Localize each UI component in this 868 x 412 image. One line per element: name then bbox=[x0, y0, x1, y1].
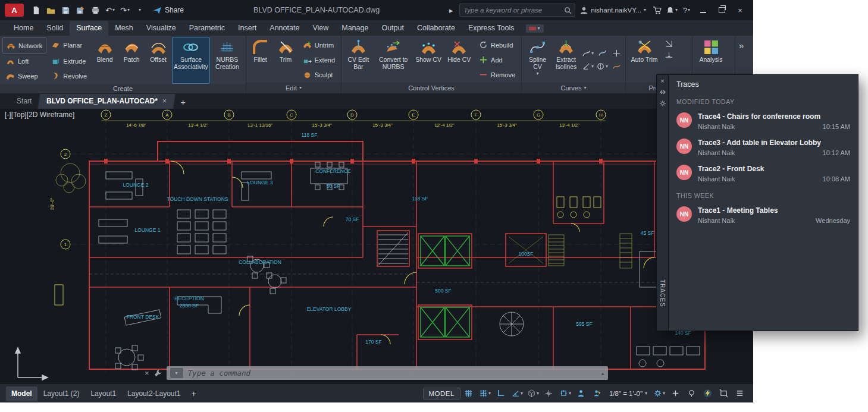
workspace-switching-button[interactable]: ▾ bbox=[651, 386, 667, 401]
rebuild-button[interactable]: Rebuild bbox=[475, 37, 519, 52]
customize-wrench-icon[interactable] bbox=[153, 369, 162, 378]
store-button[interactable] bbox=[650, 3, 663, 17]
undo-dropdown-icon[interactable]: ▾ bbox=[112, 8, 115, 12]
tab-solid[interactable]: Solid bbox=[40, 21, 70, 36]
save-as-button[interactable] bbox=[74, 3, 87, 17]
trim-button[interactable]: Trim bbox=[274, 37, 297, 82]
layout1-2-tab[interactable]: Layout1 (2) bbox=[38, 386, 85, 401]
tab-parametric[interactable]: Parametric bbox=[183, 21, 231, 36]
curve-tool-5-button[interactable]: ▾ bbox=[596, 61, 609, 73]
sculpt-button[interactable]: Sculpt bbox=[299, 67, 339, 82]
loft-button[interactable]: Loft bbox=[2, 54, 46, 68]
model-tab[interactable]: Model bbox=[6, 386, 37, 401]
curve-tool-6-button[interactable] bbox=[610, 61, 623, 73]
share-button[interactable]: Share bbox=[148, 4, 189, 17]
surface-associativity-button[interactable]: Surface Associativity bbox=[173, 37, 209, 83]
ortho-mode-button[interactable] bbox=[493, 386, 509, 401]
notifications-button[interactable]: ▾ bbox=[665, 3, 678, 17]
restore-button[interactable] bbox=[713, 3, 730, 17]
redo-dropdown-icon[interactable]: ▾ bbox=[127, 8, 130, 12]
isodraft-dropdown-icon[interactable]: ▾ bbox=[537, 391, 539, 396]
workspace-dropdown-icon[interactable]: ▾ bbox=[663, 391, 665, 396]
convert-to-nurbs-button[interactable]: Convert to NURBS bbox=[375, 37, 412, 82]
minimize-button[interactable] bbox=[695, 3, 712, 17]
isometric-drafting-button[interactable]: ▾ bbox=[525, 386, 541, 401]
layout1-tab[interactable]: Layout1 bbox=[85, 386, 121, 401]
tab-manage[interactable]: Manage bbox=[335, 21, 375, 36]
grid-display-button[interactable] bbox=[461, 386, 477, 401]
tab-view[interactable]: View bbox=[306, 21, 335, 36]
blend-button[interactable]: Blend bbox=[92, 37, 117, 83]
tab-mesh[interactable]: Mesh bbox=[108, 21, 140, 36]
close-button[interactable]: × bbox=[732, 3, 748, 17]
polar-dropdown-icon[interactable]: ▾ bbox=[521, 391, 523, 396]
curve-tool-4-button[interactable]: ▾ bbox=[581, 61, 594, 73]
show-cv-button[interactable]: Show CV bbox=[414, 37, 443, 82]
graphics-performance-button[interactable] bbox=[700, 386, 715, 401]
ribbon-display-toggle[interactable]: ▾ bbox=[526, 24, 544, 33]
panel-label-curves[interactable]: Curves▾ bbox=[522, 83, 625, 93]
annotation-monitor-button[interactable] bbox=[668, 386, 683, 401]
qat-customize-button[interactable]: ▾ bbox=[133, 3, 146, 17]
help-button[interactable]: ? ▾ bbox=[680, 3, 693, 17]
plot-button[interactable] bbox=[89, 3, 102, 17]
panel-label-control-vertices[interactable]: Control Vertices bbox=[341, 83, 521, 93]
undo-button[interactable]: ↶ ▾ bbox=[104, 3, 117, 17]
trace-item[interactable]: NN Trace4 - Chairs for conference room N… bbox=[669, 108, 858, 134]
trace-item[interactable]: NN Trace2 - Front Desk Nishant Naik 10:0… bbox=[669, 161, 858, 187]
curve-tool-3-button[interactable] bbox=[610, 48, 623, 59]
new-layout-button[interactable]: + bbox=[186, 389, 200, 398]
new-drawing-tab-button[interactable]: + bbox=[180, 97, 186, 107]
search-icon[interactable] bbox=[563, 6, 572, 15]
user-account-button[interactable]: nishant.naikVY... ▾ bbox=[577, 6, 648, 15]
palette-properties-icon[interactable] bbox=[659, 100, 666, 107]
spline-cv-button[interactable]: Spline CV ▾ bbox=[524, 37, 551, 82]
drawing-area[interactable]: ZA BC DE FG H 21 14'-6 7/8"13'-4 1/2" 13… bbox=[0, 109, 753, 383]
spline-cv-dropdown-icon[interactable]: ▾ bbox=[536, 71, 538, 76]
offset-button[interactable]: Offset bbox=[146, 37, 171, 83]
palette-side-label[interactable]: TRACES bbox=[659, 279, 666, 307]
file-tab-start[interactable]: Start bbox=[8, 94, 40, 109]
extrude-button[interactable]: Extrude bbox=[48, 54, 90, 68]
tab-surface[interactable]: Surface bbox=[70, 21, 108, 36]
app-menu-button[interactable]: A bbox=[5, 4, 24, 17]
tab-insert[interactable]: Insert bbox=[231, 21, 263, 36]
new-file-button[interactable] bbox=[29, 3, 42, 17]
tab-output[interactable]: Output bbox=[375, 21, 411, 36]
command-history-up-icon[interactable]: ▴ bbox=[601, 370, 604, 376]
trace-item[interactable]: NN Trace3 - Add table in Elevator Lobby … bbox=[669, 134, 858, 161]
isolate-objects-button[interactable] bbox=[684, 386, 699, 401]
network-button[interactable]: Network bbox=[2, 37, 46, 54]
customization-menu-button[interactable] bbox=[732, 386, 747, 401]
search-expand-button[interactable]: ▸ bbox=[444, 3, 457, 17]
palette-close-icon[interactable]: × bbox=[660, 78, 664, 84]
sweep-button[interactable]: Sweep bbox=[2, 68, 46, 83]
clean-screen-button[interactable] bbox=[716, 386, 731, 401]
tab-annotate[interactable]: Annotate bbox=[263, 21, 306, 36]
project-tool-1-button[interactable] bbox=[662, 37, 675, 49]
auto-trim-button[interactable]: Auto Trim bbox=[628, 37, 660, 82]
object-snap-tracking-button[interactable] bbox=[541, 386, 557, 401]
extend-button[interactable]: Extend bbox=[299, 52, 339, 67]
object-snap-button[interactable]: ▾ bbox=[557, 386, 573, 401]
project-tool-2-button[interactable] bbox=[662, 49, 675, 61]
open-file-button[interactable] bbox=[44, 3, 57, 17]
curve-tool-1-button[interactable]: ▾ bbox=[581, 48, 594, 59]
close-file-tab-icon[interactable]: × bbox=[162, 97, 167, 105]
polar-tracking-button[interactable]: ▾ bbox=[509, 386, 525, 401]
revolve-button[interactable]: Revolve bbox=[48, 68, 90, 83]
remove-button[interactable]: Remove bbox=[475, 67, 519, 82]
annotation-autoscale-button[interactable] bbox=[590, 386, 605, 401]
recent-commands-button[interactable]: ▾ bbox=[170, 368, 183, 378]
tab-home[interactable]: Home bbox=[7, 21, 40, 36]
planar-button[interactable]: Planar bbox=[48, 37, 90, 52]
model-space-button[interactable]: MODEL bbox=[423, 388, 460, 400]
extract-isolines-button[interactable]: Extract Isolines bbox=[553, 37, 579, 82]
command-input[interactable] bbox=[187, 368, 598, 378]
tab-collaborate[interactable]: Collaborate bbox=[411, 21, 462, 36]
tab-express-tools[interactable]: Express Tools bbox=[462, 21, 521, 36]
panel-label-create[interactable]: Create bbox=[0, 84, 246, 93]
fillet-button[interactable]: Fillet bbox=[249, 37, 272, 82]
tab-visualize[interactable]: Visualize bbox=[140, 21, 183, 36]
cv-edit-bar-button[interactable]: CV Edit Bar bbox=[344, 37, 373, 82]
